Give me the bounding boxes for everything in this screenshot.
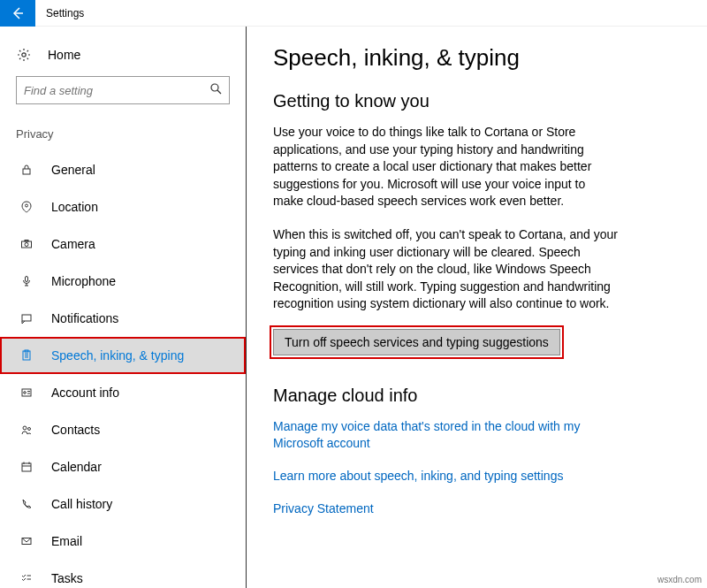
clipboard-icon (19, 349, 34, 362)
arrow-left-icon (11, 6, 25, 20)
content-area: Speech, inking, & typing Getting to know… (247, 27, 707, 588)
sidebar-item-calendar[interactable]: Calendar (0, 448, 246, 485)
nav-label: Calendar (51, 460, 102, 474)
microphone-icon (19, 275, 34, 287)
nav-label: Location (51, 200, 98, 214)
titlebar: Settings (0, 0, 707, 27)
sidebar-item-account-info[interactable]: Account info (0, 374, 246, 411)
section-title-getting-to-know-you: Getting to know you (273, 91, 680, 111)
search-input[interactable] (16, 76, 230, 104)
svg-line-3 (217, 90, 221, 94)
sidebar-item-email[interactable]: Email (0, 523, 246, 560)
window-title: Settings (46, 7, 84, 19)
nav-label: Microphone (51, 274, 116, 288)
sidebar-item-speech-inking-typing[interactable]: Speech, inking, & typing (0, 337, 246, 374)
watermark: wsxdn.com (658, 575, 702, 584)
sidebar-item-microphone[interactable]: Microphone (0, 263, 246, 300)
contacts-icon (19, 424, 34, 436)
nav-label: Speech, inking, & typing (51, 348, 184, 363)
sidebar-item-notifications[interactable]: Notifications (0, 300, 246, 337)
turn-off-button[interactable]: Turn off speech services and typing sugg… (273, 329, 560, 355)
svg-point-21 (28, 428, 31, 431)
paragraph: When this is switched off, you can't spe… (273, 226, 618, 313)
nav-label: Camera (51, 237, 95, 251)
svg-rect-9 (26, 277, 28, 282)
svg-rect-8 (25, 241, 28, 242)
nav-label: Account info (51, 386, 119, 400)
link-privacy-statement[interactable]: Privacy Statement (273, 500, 627, 517)
svg-point-17 (24, 392, 27, 394)
svg-rect-4 (23, 169, 30, 174)
nav-label: Notifications (51, 311, 118, 325)
section-title-manage-cloud-info: Manage cloud info (273, 386, 680, 406)
sidebar-item-call-history[interactable]: Call history (0, 485, 246, 523)
account-icon (19, 386, 34, 399)
paragraph: Use your voice to do things like talk to… (273, 124, 618, 210)
home-button[interactable]: Home (0, 48, 246, 76)
svg-point-20 (23, 426, 27, 430)
group-header: Privacy (0, 127, 246, 151)
nav-label: Tasks (51, 571, 83, 585)
location-icon (19, 201, 34, 213)
svg-rect-22 (22, 463, 31, 471)
sidebar: Home Privacy General Location Camera Mic… (0, 27, 247, 588)
lock-icon (19, 164, 34, 176)
search-icon (209, 82, 222, 98)
sidebar-item-tasks[interactable]: Tasks (0, 560, 246, 588)
link-learn-more[interactable]: Learn more about speech, inking, and typ… (273, 468, 627, 485)
notifications-icon (19, 312, 34, 325)
link-manage-voice-data[interactable]: Manage my voice data that's stored in th… (273, 418, 627, 452)
nav-label: Contacts (51, 423, 100, 437)
sidebar-item-contacts[interactable]: Contacts (0, 411, 246, 448)
gear-icon (16, 48, 32, 62)
nav-label: Email (51, 534, 82, 548)
sidebar-item-camera[interactable]: Camera (0, 225, 246, 263)
nav-label: General (51, 163, 95, 177)
back-button[interactable] (0, 0, 35, 27)
camera-icon (19, 238, 34, 250)
sidebar-item-location[interactable]: Location (0, 188, 246, 225)
svg-point-2 (211, 84, 218, 91)
nav-label: Call history (51, 497, 112, 511)
phone-icon (19, 498, 34, 510)
search-field[interactable] (24, 84, 201, 97)
svg-rect-10 (22, 315, 31, 321)
calendar-icon (19, 461, 34, 473)
svg-point-7 (25, 243, 28, 247)
email-icon (19, 535, 34, 547)
svg-point-1 (22, 53, 26, 57)
sidebar-item-general[interactable]: General (0, 151, 246, 188)
home-label: Home (48, 48, 80, 62)
svg-point-5 (26, 204, 28, 207)
page-title: Speech, inking, & typing (273, 44, 680, 72)
tasks-icon (19, 572, 34, 584)
